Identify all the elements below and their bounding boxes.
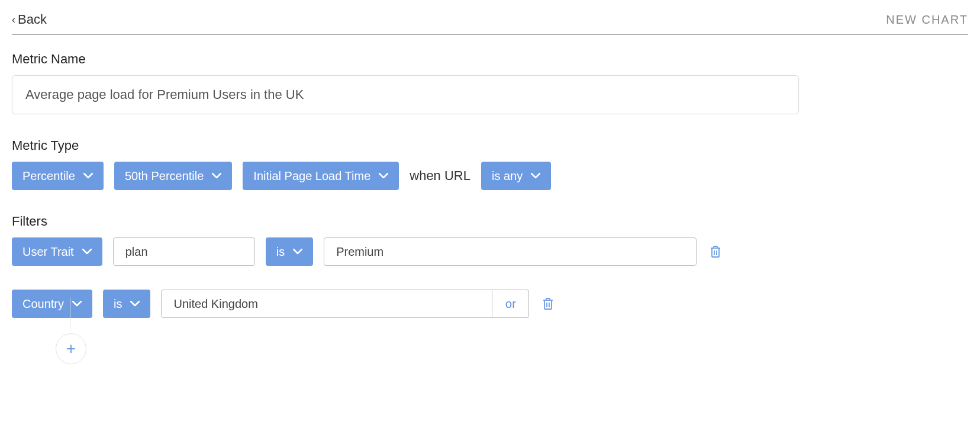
filter-value-input[interactable] — [324, 237, 697, 266]
chevron-down-icon — [82, 249, 92, 255]
percentile-dropdown[interactable]: 50th Percentile — [114, 162, 232, 190]
filter-type-value: User Trait — [22, 245, 74, 259]
filter-field-input[interactable] — [113, 237, 255, 266]
chevron-down-icon — [212, 173, 221, 179]
delete-filter-button[interactable] — [540, 295, 556, 313]
filter-operator-value: is — [114, 297, 122, 311]
filter-operator-dropdown[interactable]: is — [103, 290, 150, 318]
chevron-down-icon — [293, 249, 302, 255]
chevron-left-icon: ‹ — [12, 14, 15, 26]
trash-icon — [710, 245, 721, 258]
country-input-group: or — [161, 290, 529, 318]
aggregation-dropdown[interactable]: Percentile — [12, 162, 104, 190]
aggregation-value: Percentile — [22, 169, 75, 183]
filter-operator-dropdown[interactable]: is — [266, 237, 313, 266]
url-condition-value: is any — [492, 169, 523, 183]
url-prefix-text: when URL — [410, 168, 470, 184]
filter-value-input[interactable] — [161, 290, 492, 318]
chevron-down-icon — [72, 301, 82, 307]
chevron-down-icon — [130, 301, 140, 307]
or-button[interactable]: or — [492, 290, 529, 318]
metric-name-label: Metric Name — [12, 52, 968, 67]
chevron-down-icon — [379, 173, 388, 179]
metric-type-row: Percentile 50th Percentile Initial Page … — [12, 162, 968, 190]
chevron-down-icon — [531, 173, 540, 179]
filter-row: User Trait is — [12, 237, 968, 266]
metric-name-input[interactable] — [12, 75, 799, 114]
filters-label: Filters — [12, 214, 968, 229]
url-condition-dropdown[interactable]: is any — [481, 162, 551, 190]
connector-line — [70, 298, 70, 329]
filter-operator-value: is — [276, 245, 285, 259]
filter-row: Country is or — [12, 290, 968, 318]
add-filter-wrap: + — [56, 333, 968, 364]
header-bar: ‹ Back NEW CHART — [12, 12, 968, 35]
measure-value: Initial Page Load Time — [253, 169, 370, 183]
plus-icon: + — [66, 340, 76, 357]
metric-type-label: Metric Type — [12, 138, 968, 153]
add-filter-button[interactable]: + — [56, 333, 86, 364]
delete-filter-button[interactable] — [707, 243, 724, 261]
chevron-down-icon — [83, 173, 93, 179]
filter-type-dropdown[interactable]: Country — [12, 290, 92, 318]
percentile-value: 50th Percentile — [125, 169, 204, 183]
filter-type-value: Country — [22, 297, 64, 311]
filter-type-dropdown[interactable]: User Trait — [12, 237, 102, 266]
back-label: Back — [18, 12, 47, 27]
measure-dropdown[interactable]: Initial Page Load Time — [243, 162, 399, 190]
back-link[interactable]: ‹ Back — [12, 12, 47, 27]
page-title: NEW CHART — [886, 13, 968, 27]
trash-icon — [542, 297, 554, 310]
